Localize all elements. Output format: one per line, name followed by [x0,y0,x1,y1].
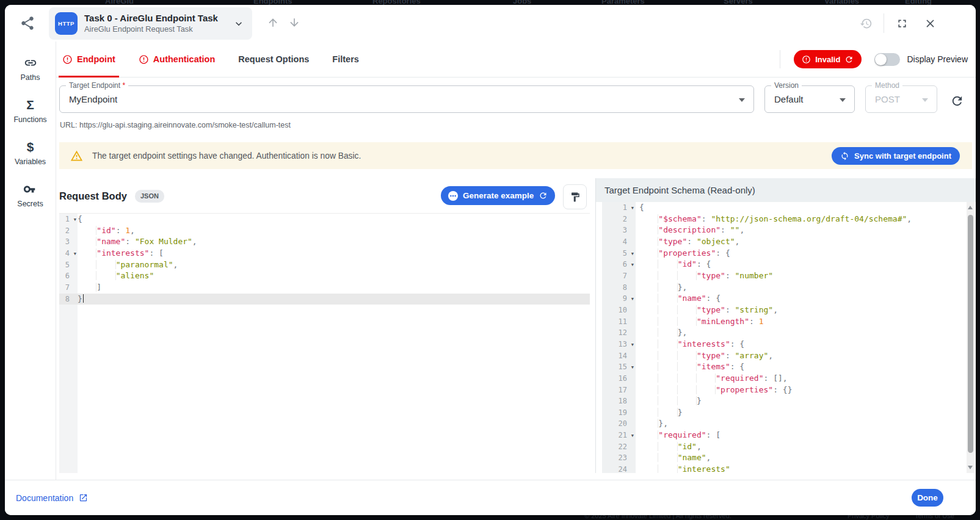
fullscreen-button[interactable] [896,17,909,30]
format-document-button[interactable] [563,184,587,209]
divider [780,50,780,68]
sync-with-target-endpoint-button[interactable]: Sync with target endpoint [832,147,960,165]
close-button[interactable] [924,17,937,30]
code-line: 11 "minLength": 1 [596,316,976,328]
line-number: 4 [602,236,636,248]
sidebar-item-label: Variables [15,157,46,166]
code-line: 6▼ "id": { [596,259,976,270]
code-line[interactable]: 7 ] [59,282,590,294]
line-number: 7 [602,270,636,282]
sidebar-item-functions[interactable]: Σ Functions [13,98,46,124]
display-preview-toggle[interactable] [874,53,900,66]
code-line[interactable]: 8} [59,294,590,305]
fold-arrow-icon: ▼ [631,259,634,271]
tab-label: Request Options [238,54,309,64]
code-line: 18 } [596,395,976,407]
schema-panel: Target Endpoint Schema (Read-only) 1▼{2 … [595,178,976,473]
paint-roller-icon [570,192,581,203]
scroll-up-icon[interactable] [968,206,973,209]
sigma-icon: Σ [26,98,34,112]
line-number: 12 [602,327,636,339]
text-cursor [83,294,84,303]
refresh-icon [844,55,854,64]
code-line: 5▼ "properties": { [596,248,976,259]
code-line: 13▼ "interests": { [596,339,976,350]
key-icon [23,182,37,196]
code-line[interactable]: 5 "paranormal", [59,259,590,271]
line-number: 2 [59,225,78,237]
sidebar-item-label: Paths [21,73,40,82]
scroll-down-icon[interactable] [968,466,973,469]
error-icon [802,55,811,64]
code-line[interactable]: 6 "aliens" [59,270,590,282]
scrollbar-thumb[interactable] [968,215,973,453]
schema-editor: 1▼{2 "$schema": "http://json-schema.org/… [596,202,976,473]
tab-label: Authentication [153,54,216,64]
generate-example-label: Generate example [463,191,534,200]
line-number: 8 [59,294,78,305]
sidebar-item-label: Functions [13,115,46,124]
sidebar-item-label: Secrets [17,200,43,208]
code-line: 7 "type": "number" [596,270,976,282]
refresh-endpoint-button[interactable] [950,94,964,108]
line-number: 24 [602,464,636,473]
fold-arrow-icon: ▼ [631,339,634,351]
fold-arrow-icon[interactable]: ▼ [74,214,76,226]
line-number: 17 [602,385,636,396]
code-line: 12 }, [596,327,976,339]
error-icon [62,54,73,65]
code-line[interactable]: 2 "id": 1, [59,225,590,237]
sidebar-item-paths[interactable]: Paths [21,56,40,82]
sync-button-label: Sync with target endpoint [854,151,951,161]
code-line: 14 "type": "array", [596,350,976,362]
target-endpoint-select[interactable]: Target Endpoint * MyEndpoint [59,85,754,113]
tab-endpoint[interactable]: Endpoint [61,42,117,77]
documentation-link[interactable]: Documentation [16,493,88,503]
code-line[interactable]: 1▼{ [59,214,590,225]
dialog-footer: Documentation Done [5,480,976,515]
line-number: 13▼ [602,339,636,350]
move-task-down-button[interactable] [288,16,300,29]
http-badge: HTTP [55,12,78,35]
history-button[interactable] [860,17,873,30]
tab-authentication[interactable]: Authentication [137,42,217,77]
schema-scrollbar[interactable] [967,202,974,473]
line-number: 1▼ [602,202,636,214]
line-number: 6 [59,270,78,282]
line-number: 9▼ [602,293,636,305]
line-number: 20 [602,418,636,430]
code-line: 9▼ "name": { [596,293,976,305]
sidebar-item-variables[interactable]: $ Variables [15,140,46,166]
sidebar-item-secrets[interactable]: Secrets [17,182,43,208]
sync-icon [840,151,849,161]
line-number: 16 [602,373,636,385]
request-body-editor[interactable]: 1▼{2 "id": 1,3 "name": "Fox Mulder",4▼ "… [59,213,590,473]
warning-banner: The target endpoint settings have change… [59,142,972,169]
tab-filters[interactable]: Filters [331,42,360,77]
line-number: 6▼ [602,259,636,270]
code-line[interactable]: 3 "name": "Fox Mulder", [59,236,590,248]
code-line: 24 "interests" [596,464,976,473]
code-line: 2 "$schema": "http://json-schema.org/dra… [596,214,976,225]
tab-request-options[interactable]: Request Options [237,42,310,77]
dropdown-caret-icon [840,98,846,102]
invalid-status-badge[interactable]: Invalid [794,50,862,68]
done-button[interactable]: Done [912,489,943,507]
warning-icon [70,150,83,162]
sidebar: Paths Σ Functions $ Variables Secrets [5,42,56,480]
dropdown-caret-icon [922,98,928,102]
ellipsis-circle-icon [448,191,458,201]
version-select[interactable]: Version Default [764,85,855,113]
line-number: 7 [59,282,78,294]
fold-arrow-icon[interactable]: ▼ [74,248,76,260]
code-line: 22 "id", [596,441,976,453]
dropdown-caret-icon [739,98,745,102]
task-editor-dialog: HTTP Task 0 - AireGlu Endpoint Task Aire… [5,5,976,515]
move-task-up-button[interactable] [267,16,279,29]
code-line: 20 }, [596,418,976,430]
generate-example-button[interactable]: Generate example [441,186,555,205]
toggle-knob [875,54,887,65]
documentation-label: Documentation [16,493,73,503]
task-selector[interactable]: HTTP Task 0 - AireGlu Endpoint Task Aire… [49,7,252,40]
code-line[interactable]: 4▼ "interests": [ [59,248,590,259]
